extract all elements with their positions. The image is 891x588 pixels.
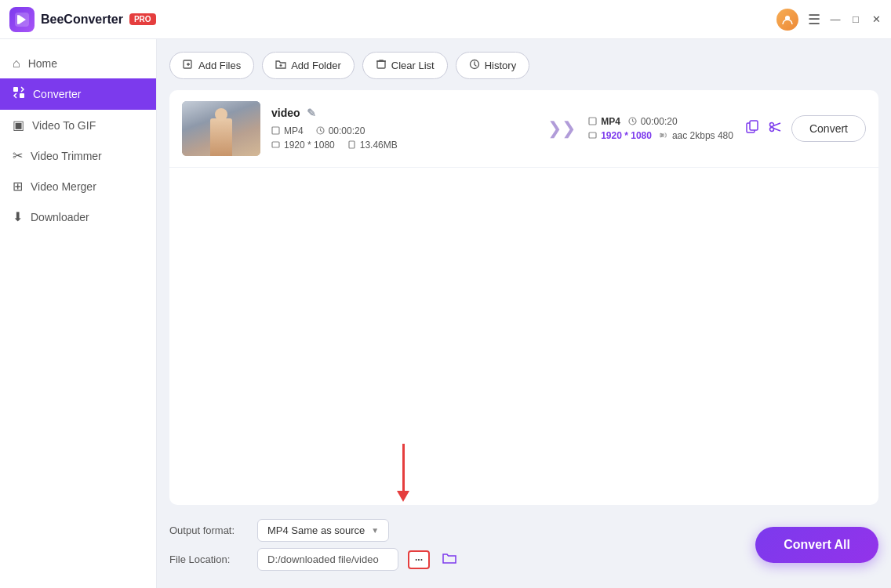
user-avatar[interactable] (776, 9, 798, 31)
red-arrow-annotation (397, 444, 409, 502)
convert-all-button[interactable]: Convert All (755, 527, 878, 563)
sidebar-item-home[interactable]: ⌂ Home (0, 49, 156, 78)
file-location-row: File Location: D:/downloaded file/video … (169, 548, 456, 571)
size-icon (347, 140, 356, 151)
merger-icon: ⊞ (13, 179, 23, 194)
clear-list-button[interactable]: Clear List (362, 52, 448, 79)
add-folder-button[interactable]: Add Folder (262, 52, 355, 79)
source-format-item: MP4 (271, 125, 304, 136)
titlebar: BeeConverter Pro ☰ — □ ✕ (0, 0, 891, 39)
output-format-icon (588, 117, 597, 127)
history-label: History (485, 60, 516, 71)
svg-rect-5 (20, 93, 24, 98)
output-format-row: Output format: MP4 Same as source ▼ (169, 519, 456, 542)
sidebar-item-downloader[interactable]: ⬇ Downloader (0, 201, 156, 232)
bottom-bar: Output format: MP4 Same as source ▼ File… (169, 514, 878, 575)
sidebar-item-label-gif: Video To GIF (32, 119, 96, 132)
thumbnail-image (182, 101, 260, 156)
svg-point-20 (769, 127, 773, 131)
source-resolution-item: 1920 * 1080 (271, 140, 335, 151)
add-folder-label: Add Folder (291, 60, 341, 71)
copy-to-all-icon[interactable] (744, 119, 760, 139)
svg-rect-2 (17, 15, 19, 24)
close-button[interactable]: ✕ (871, 14, 882, 25)
svg-rect-13 (589, 118, 596, 125)
svg-rect-12 (349, 141, 355, 148)
clear-list-label: Clear List (391, 60, 435, 71)
history-button[interactable]: History (456, 52, 529, 79)
titlebar-right: ☰ — □ ✕ (776, 9, 882, 31)
sidebar-item-label-merger: Video Merger (31, 180, 96, 193)
video-gif-icon: ▣ (13, 118, 24, 132)
output-format: MP4 (601, 116, 620, 127)
dropdown-chevron-icon: ▼ (371, 526, 379, 535)
output-audio-item: aac 2kbps 480 (660, 130, 733, 141)
sidebar: ⌂ Home Converter ▣ Video To GIF ✂ Video … (0, 39, 157, 588)
meta-row-bottom: 1920 * 1080 13.46MB (271, 140, 524, 151)
output-resolution-icon (588, 131, 597, 141)
source-size-item: 13.46MB (347, 140, 398, 151)
output-format-label: Output format: (169, 524, 248, 536)
audio-icon (660, 131, 668, 141)
source-duration-item: 00:00:20 (316, 125, 365, 136)
file-meta-source: MP4 00:00:20 (271, 125, 524, 151)
content-area: Add Files Add Folder Cle (157, 39, 891, 588)
home-icon: ⌂ (13, 56, 20, 71)
maximize-button[interactable]: □ (850, 14, 861, 25)
svg-rect-18 (750, 121, 758, 130)
minimize-button[interactable]: — (830, 14, 841, 25)
file-info-output: MP4 00:00:20 (588, 116, 733, 141)
scissors-icon[interactable] (768, 119, 784, 139)
file-location-box: D:/downloaded file/video (257, 548, 398, 571)
output-meta-row-top: MP4 00:00:20 (588, 116, 733, 127)
output-format-select[interactable]: MP4 Same as source ▼ (257, 519, 389, 542)
arrow-head (397, 491, 409, 502)
add-files-label: Add Files (198, 60, 241, 71)
source-size: 13.46MB (360, 140, 398, 151)
sidebar-item-converter[interactable]: Converter (0, 78, 156, 110)
source-resolution: 1920 * 1080 (284, 140, 335, 151)
file-actions: Convert (733, 115, 866, 142)
convert-button[interactable]: Convert (791, 115, 866, 142)
browse-dots-button[interactable]: ··· (408, 550, 430, 569)
hamburger-menu-icon[interactable]: ☰ (808, 11, 820, 28)
trimmer-icon: ✂ (13, 148, 23, 163)
output-duration-icon (628, 117, 637, 127)
sidebar-item-video-to-gif[interactable]: ▣ Video To GIF (0, 110, 156, 140)
format-icon (271, 126, 280, 136)
svg-point-19 (769, 122, 773, 126)
arrow-right-icon: ❯❯ (547, 118, 576, 139)
app-logo (9, 7, 35, 32)
main-layout: ⌂ Home Converter ▣ Video To GIF ✂ Video … (0, 39, 891, 588)
titlebar-left: BeeConverter Pro (9, 7, 156, 32)
output-meta-row-bottom: 1920 * 1080 aac 2kbps 480 (588, 130, 733, 141)
sidebar-item-label-converter: Converter (33, 88, 81, 100)
output-duration: 00:00:20 (641, 116, 678, 127)
add-folder-icon (275, 59, 286, 72)
arrow-line (402, 444, 405, 491)
bottom-section: Output format: MP4 Same as source ▼ File… (169, 514, 878, 575)
downloader-icon: ⬇ (13, 209, 23, 224)
file-list-area: video ✎ MP4 (169, 90, 878, 505)
svg-rect-9 (272, 127, 279, 134)
svg-rect-16 (662, 134, 664, 136)
bottom-left: Output format: MP4 Same as source ▼ File… (169, 519, 456, 571)
sidebar-item-label-trimmer: Video Trimmer (31, 150, 102, 162)
sidebar-item-label-downloader: Downloader (31, 211, 89, 223)
svg-rect-11 (272, 142, 279, 147)
file-location-label: File Location: (169, 554, 248, 565)
file-location-value: D:/downloaded file/video (267, 554, 379, 565)
output-format-item: MP4 (588, 116, 620, 127)
edit-filename-icon[interactable]: ✎ (307, 107, 316, 119)
history-icon (469, 59, 480, 72)
add-files-button[interactable]: Add Files (169, 52, 254, 79)
sidebar-item-video-merger[interactable]: ⊞ Video Merger (0, 171, 156, 201)
source-duration: 00:00:20 (329, 125, 365, 136)
output-resolution-item: 1920 * 1080 (588, 130, 652, 141)
file-name: video ✎ (271, 107, 524, 119)
pro-badge: Pro (129, 13, 156, 25)
open-folder-icon[interactable] (442, 552, 456, 568)
sidebar-item-video-trimmer[interactable]: ✂ Video Trimmer (0, 140, 156, 171)
file-thumbnail (182, 101, 260, 156)
conversion-arrow: ❯❯ (535, 118, 588, 139)
